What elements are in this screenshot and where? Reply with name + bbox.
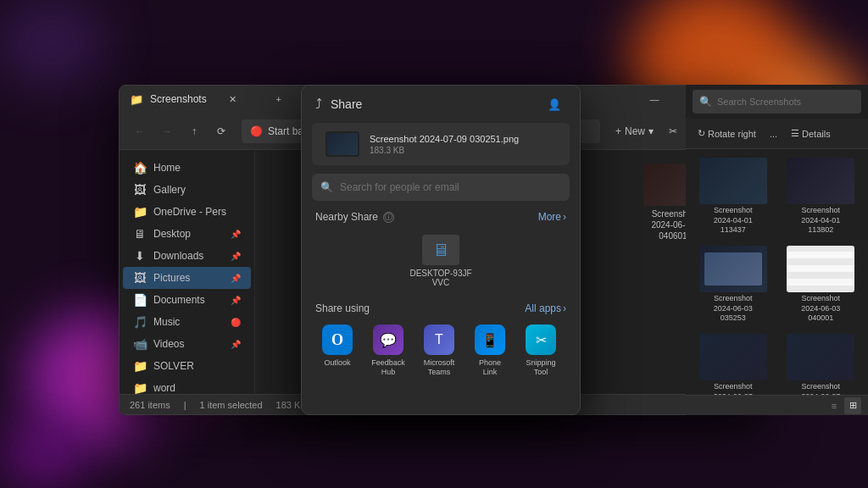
search-icon: 🔍 — [699, 96, 712, 108]
music-dots: 🔴 — [231, 318, 241, 327]
sidebar-item-solver[interactable]: 📁 SOLVER — [123, 355, 251, 377]
app-feedback-hub[interactable]: 💬 Feedback Hub — [366, 321, 410, 380]
right-name-4: Screenshot2024-06-03040001 — [801, 294, 840, 324]
share-using-title: Share using — [315, 302, 370, 314]
device-name: DESKTOP-93JFVVC — [409, 269, 471, 287]
share-dialog-close[interactable]: 👤 — [542, 92, 566, 116]
right-thumb-5 — [699, 334, 767, 380]
sidebar-item-gallery[interactable]: 🖼 Gallery — [123, 179, 251, 201]
word-icon-1: 📁 — [133, 381, 147, 394]
sidebar-item-home[interactable]: 🏠 Home — [123, 157, 251, 179]
dropdown-icon: ▾ — [648, 125, 654, 137]
selected-count: | — [184, 400, 186, 410]
search-icon-share: 🔍 — [320, 181, 333, 193]
share-search-bar[interactable]: 🔍 — [312, 174, 570, 201]
sidebar-item-pictures[interactable]: 🖼 Pictures 📌 — [123, 267, 251, 289]
all-apps-button[interactable]: All apps › — [525, 302, 566, 314]
refresh-button[interactable]: ⟳ — [209, 119, 233, 143]
close-icon: 👤 — [548, 98, 561, 111]
details-button[interactable]: ☰ Details — [786, 125, 836, 141]
selected-info: 1 item selected — [200, 400, 263, 410]
phone-link-icon: 📱 — [475, 324, 505, 355]
bg-decoration-6 — [0, 420, 85, 488]
right-name-1: Screenshot2024-04-01113437 — [714, 206, 753, 236]
nearby-share-section: Nearby Share ⓘ More › 🖥 DESKTOP-93JFVVC — [302, 201, 580, 297]
pin-icon-2: 📌 — [231, 252, 241, 261]
share-file-info: Screenshot 2024-07-09 030251.png 183.3 K… — [312, 123, 570, 165]
sidebar-item-documents[interactable]: 📄 Documents 📌 — [123, 289, 251, 311]
new-button[interactable]: + New ▾ — [609, 122, 660, 141]
right-file-6[interactable]: Screenshot2024-06-27070944 — [779, 330, 864, 395]
share-header: ⤴ Share 👤 — [302, 86, 580, 123]
share-using-section: Share using All apps › O Outlook 💬 Feedb… — [302, 297, 580, 385]
pin-icon-4: 📌 — [231, 296, 241, 305]
share-dialog-title: Share — [331, 97, 534, 111]
downloads-icon: ⬇ — [133, 249, 147, 263]
right-file-4[interactable]: Screenshot2024-06-03040001 — [779, 242, 864, 327]
details-icon: ☰ — [791, 128, 799, 139]
right-file-5[interactable]: Screenshot2024-06-27070924 — [691, 330, 776, 395]
sidebar-item-onedrive[interactable]: 📁 OneDrive - Pers — [123, 201, 251, 223]
pin-icon-3: 📌 — [231, 274, 241, 283]
rotate-icon: ↻ — [698, 128, 705, 139]
items-count: 261 items — [130, 400, 170, 410]
gallery-icon: 🖼 — [133, 183, 147, 197]
sidebar-item-music[interactable]: 🎵 Music 🔴 — [123, 311, 251, 333]
right-name-6: Screenshot2024-06-27070944 — [801, 382, 840, 395]
right-panel: 🔍 ↻ Rotate right ... ☰ Details Screensho… — [686, 85, 868, 415]
grid-view-button[interactable]: ⊞ — [844, 397, 861, 414]
new-tab-button[interactable]: + — [259, 86, 298, 113]
more-actions-button[interactable]: ... — [765, 126, 782, 141]
desktop-icon: 🖥 — [133, 227, 147, 241]
list-view-button[interactable]: ≡ — [826, 397, 843, 414]
right-file-3[interactable]: Screenshot2024-06-03035253 — [691, 242, 776, 327]
app-teams[interactable]: T Microsoft Teams — [417, 321, 461, 380]
cut-button[interactable]: ✂ — [662, 122, 684, 141]
device-icon: 🖥 — [422, 235, 459, 265]
teams-label: Microsoft Teams — [420, 358, 458, 377]
right-name-3: Screenshot2024-06-03035253 — [714, 294, 753, 324]
teams-icon: T — [424, 324, 454, 355]
share-file-details: Screenshot 2024-07-09 030251.png 183.3 K… — [370, 134, 556, 155]
share-search-input[interactable] — [340, 181, 561, 193]
rotate-right-button[interactable]: ↻ Rotate right — [693, 125, 761, 141]
sidebar-item-videos[interactable]: 📹 Videos 📌 — [123, 333, 251, 355]
right-thumb-3 — [699, 246, 767, 292]
right-search-bar[interactable]: 🔍 — [693, 90, 861, 114]
close-tab-button[interactable]: ✕ — [214, 86, 253, 113]
forward-button[interactable]: → — [155, 119, 179, 143]
right-file-2[interactable]: Screenshot2024-04-01113802 — [779, 154, 864, 239]
app-phone-link[interactable]: 📱 Phone Link — [468, 321, 512, 380]
share-dialog: ⤴ Share 👤 Screenshot 2024-07-09 030251.p… — [301, 85, 581, 415]
nearby-device-item[interactable]: 🖥 DESKTOP-93JFVVC — [315, 230, 566, 292]
pin-icon-5: 📌 — [231, 340, 241, 349]
right-thumb-4 — [787, 246, 854, 292]
documents-icon: 📄 — [133, 293, 147, 307]
snipping-tool-icon: ✂ — [526, 324, 556, 355]
outlook-icon: O — [322, 324, 353, 355]
sidebar-item-desktop[interactable]: 🖥 Desktop 📌 — [123, 223, 251, 245]
app-outlook[interactable]: O Outlook — [315, 321, 359, 380]
right-thumb-1 — [699, 158, 767, 204]
sidebar-item-downloads[interactable]: ⬇ Downloads 📌 — [123, 245, 251, 267]
sidebar-item-word1[interactable]: 📁 word — [123, 377, 251, 394]
info-icon: ⓘ — [383, 212, 394, 223]
home-icon: 🏠 — [133, 161, 147, 175]
phone-link-label: Phone Link — [471, 358, 509, 377]
share-file-name: Screenshot 2024-07-09 030251.png — [370, 134, 556, 144]
nearby-more-button[interactable]: More › — [538, 211, 566, 223]
right-status-bar: ≡ ⊞ — [686, 395, 868, 415]
folder-icon: 📁 — [130, 93, 143, 106]
share-file-thumbnail — [326, 131, 359, 157]
app-snipping-tool[interactable]: ✂ Snipping Tool — [519, 321, 563, 380]
view-toggle: ≡ ⊞ — [826, 397, 861, 414]
bg-decoration-3 — [0, 0, 102, 85]
minimize-button[interactable]: — — [635, 86, 674, 113]
solver-icon: 📁 — [133, 359, 147, 373]
search-input[interactable] — [717, 97, 854, 107]
up-button[interactable]: ↑ — [182, 119, 206, 143]
right-file-1[interactable]: Screenshot2024-04-01113437 — [691, 154, 776, 239]
music-icon: 🎵 — [133, 315, 147, 329]
right-name-2: Screenshot2024-04-01113802 — [801, 206, 840, 236]
back-button[interactable]: ← — [128, 119, 152, 143]
